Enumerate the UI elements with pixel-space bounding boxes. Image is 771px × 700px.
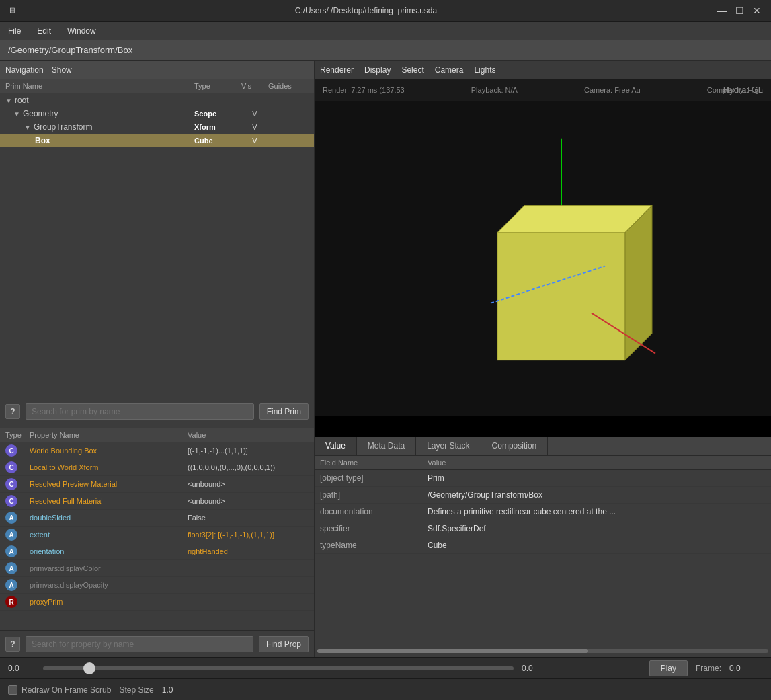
info-table-header: Field Name Value <box>315 456 771 470</box>
viewport-nav-renderer[interactable]: Renderer <box>320 65 354 75</box>
timeline: 0.0 0.0 Play Frame: 0.0 <box>0 657 771 678</box>
play-button[interactable]: Play <box>649 660 688 676</box>
maximize-button[interactable]: ☐ <box>733 5 745 17</box>
nav-item-navigation[interactable]: Navigation <box>5 65 44 75</box>
tree-row-geometry-type: Scope <box>194 110 241 118</box>
info-scrollbar[interactable] <box>315 644 771 657</box>
tree-col-vis: Vis <box>241 82 268 90</box>
info-table: Field Name Value [object type] Prim [pat… <box>315 456 771 644</box>
tree-row-box-label: Box <box>35 136 50 145</box>
viewport-nav-camera[interactable]: Camera <box>435 65 464 75</box>
close-button[interactable]: ✕ <box>751 5 763 17</box>
right-panel: Renderer Display Select Camera Lights Hy… <box>315 61 771 657</box>
info-row-objecttype[interactable]: [object type] Prim <box>315 470 771 487</box>
prop-val-doublesided: False <box>188 514 309 522</box>
prop-row-orientation[interactable]: A orientation rightHanded <box>0 543 314 560</box>
info-field-typename: typeName <box>320 541 428 550</box>
tree-col-guides: Guides <box>268 82 309 90</box>
menu-window[interactable]: Window <box>65 25 99 37</box>
prop-search-input[interactable] <box>26 636 253 652</box>
menu-file[interactable]: File <box>5 25 24 37</box>
prop-row-doublesided[interactable]: A doubleSided False <box>0 510 314 527</box>
prop-name-doublesided: doubleSided <box>30 514 188 522</box>
minimize-button[interactable]: — <box>716 5 728 17</box>
prop-row-displaycolor[interactable]: A primvars:displayColor <box>0 560 314 577</box>
breadcrumb: /Geometry/GroupTransform/Box <box>0 40 771 61</box>
window-controls: — ☐ ✕ <box>716 5 763 17</box>
tab-layerstack[interactable]: Layer Stack <box>416 437 481 455</box>
tree-row-grouptransform-vis: V <box>241 123 268 131</box>
prop-val-extent: float3[2]: [(-1,-1,-1),(1,1,1)] <box>188 531 309 539</box>
frame-value: 0.0 <box>729 664 763 673</box>
left-panel: Navigation Show Prim Name Type Vis Guide… <box>0 61 315 657</box>
prop-row-ltwx[interactable]: C Local to World Xform ((1,0,0,0),(0,...… <box>0 459 314 476</box>
tree-row-geometry[interactable]: ▼ Geometry Scope V <box>0 107 314 120</box>
info-row-documentation[interactable]: documentation Defines a primitive rectil… <box>315 504 771 520</box>
redraw-checkbox[interactable] <box>8 685 17 695</box>
info-row-typename[interactable]: typeName Cube <box>315 537 771 554</box>
tree-col-type: Type <box>194 82 241 90</box>
prop-name-displayopacity: primvars:displayOpacity <box>30 581 188 589</box>
prop-name-orientation: orientation <box>30 547 188 555</box>
tree-row-grouptransform[interactable]: ▼ GroupTransform Xform V <box>0 120 314 134</box>
nav-item-show[interactable]: Show <box>52 65 72 75</box>
left-nav: Navigation Show <box>0 61 314 79</box>
prim-search-input[interactable] <box>26 403 254 420</box>
tab-composition[interactable]: Composition <box>481 437 549 455</box>
info-panel: Value Meta Data Layer Stack Composition … <box>315 437 771 657</box>
prop-row-wbb[interactable]: C World Bounding Box [(-1,-1,-1)...(1,1,… <box>0 442 314 459</box>
timeline-start-value: 0.0 <box>8 664 35 673</box>
tab-metadata[interactable]: Meta Data <box>357 437 416 455</box>
tree-row-root[interactable]: ▼ root <box>0 93 314 107</box>
find-prim-button[interactable]: Find Prim <box>259 403 309 420</box>
viewport-bottom-bar: Render: 7.27 ms (137.53 Playback: N/A Ca… <box>315 79 771 101</box>
prop-name-rpm: Resolved Preview Material <box>30 480 188 488</box>
tree-row-box[interactable]: Box Cube V <box>0 134 314 147</box>
tree-row-root-label: root <box>15 95 29 105</box>
chevron-icon: ▼ <box>13 110 20 118</box>
title-icon: 🖥 <box>8 6 16 15</box>
viewport: Renderer Display Select Camera Lights Hy… <box>315 61 771 437</box>
info-val-objecttype: Prim <box>428 473 766 483</box>
tree-row-grouptransform-label: GroupTransform <box>34 122 93 132</box>
type-badge-c: C <box>5 461 17 473</box>
prop-row-rfm[interactable]: C Resolved Full Material <unbound> <box>0 493 314 510</box>
prim-tree: Prim Name Type Vis Guides ▼ root ▼ Geo <box>0 79 314 395</box>
type-badge-a: A <box>5 545 17 557</box>
cube-svg <box>457 132 672 387</box>
prop-row-displayopacity[interactable]: A primvars:displayOpacity <box>0 577 314 594</box>
type-badge-a: A <box>5 579 17 591</box>
info-tabs: Value Meta Data Layer Stack Composition <box>315 437 771 456</box>
prop-row-rpm[interactable]: C Resolved Preview Material <unbound> <box>0 476 314 493</box>
chevron-icon: ▼ <box>5 97 12 104</box>
viewport-nav-lights[interactable]: Lights <box>474 65 495 75</box>
info-field-documentation: documentation <box>320 507 428 516</box>
menu-edit[interactable]: Edit <box>34 25 54 37</box>
viewport-nav-select[interactable]: Select <box>401 65 423 75</box>
prop-help-button[interactable]: ? <box>5 637 20 652</box>
prop-table-header: Type Property Name Value <box>0 428 314 442</box>
prim-help-button[interactable]: ? <box>5 404 20 419</box>
find-prop-button[interactable]: Find Prop <box>259 636 309 652</box>
info-row-specifier[interactable]: specifier Sdf.SpecifierDef <box>315 520 771 537</box>
prop-val-rfm: <unbound> <box>188 497 309 505</box>
tab-value[interactable]: Value <box>315 437 357 455</box>
tree-row-grouptransform-type: Xform <box>194 123 241 131</box>
viewport-canvas[interactable]: Hydra: GL <box>315 79 771 416</box>
prop-row-proxyprim[interactable]: R proxyPrim <box>0 594 314 611</box>
frame-label: Frame: <box>696 664 721 673</box>
type-badge-a: A <box>5 529 17 541</box>
step-value: 1.0 <box>162 685 173 695</box>
viewport-nav-display[interactable]: Display <box>364 65 391 75</box>
prop-search-area: ? Find Prop <box>0 630 314 657</box>
timeline-slider[interactable] <box>43 666 514 670</box>
tree-row-box-vis: V <box>241 137 268 145</box>
prop-col-name: Property Name <box>30 431 188 439</box>
timeline-thumb[interactable] <box>83 662 95 674</box>
tree-row-box-type: Cube <box>194 137 241 145</box>
type-badge-a: A <box>5 562 17 574</box>
info-row-path[interactable]: [path] /Geometry/GroupTransform/Box <box>315 487 771 504</box>
timeline-end-value: 0.0 <box>522 664 549 673</box>
prop-row-extent[interactable]: A extent float3[2]: [(-1,-1,-1),(1,1,1)] <box>0 527 314 543</box>
prop-val-ltwx: ((1,0,0,0),(0,...,0),(0,0,0,1)) <box>188 463 309 471</box>
